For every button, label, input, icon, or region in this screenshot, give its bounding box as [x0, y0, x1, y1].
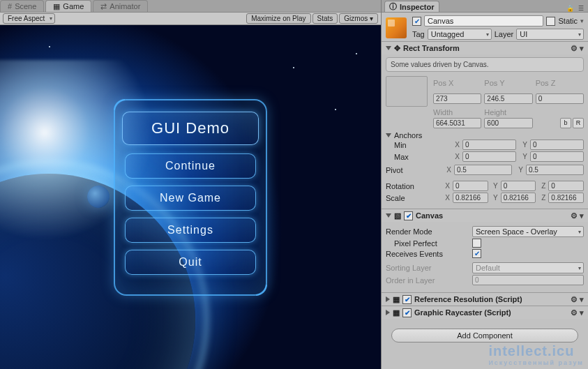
posx-field[interactable]: 273: [433, 93, 481, 104]
game-tabbar: # Scene ▦ Game ⇄ Animator: [0, 0, 381, 13]
script-icon: ▦: [393, 295, 400, 304]
rot-x-field[interactable]: 0: [453, 181, 488, 191]
x-label: X: [443, 182, 450, 190]
scale-z-field[interactable]: 0.82166: [548, 193, 584, 203]
graphic-raycaster-header[interactable]: ▦ ✔ Graphic Raycaster (Script) ⚙ ▾: [382, 306, 588, 319]
height-field[interactable]: 600: [484, 118, 532, 128]
tab-animator[interactable]: ⇄ Animator: [93, 0, 148, 12]
star: [49, 46, 50, 47]
tab-scene-label: Scene: [15, 2, 36, 10]
static-checkbox[interactable]: [546, 17, 555, 26]
rect-transform-component: ✥ Rect Transform ⚙ ▾ Some values driven …: [382, 41, 588, 209]
x-label: X: [443, 194, 450, 202]
gear-icon[interactable]: ⚙ ▾: [571, 308, 584, 317]
info-icon: ⓘ: [389, 1, 397, 12]
blueprint-button[interactable]: b: [560, 118, 571, 128]
panel-menu-icon[interactable]: ☰: [577, 5, 585, 12]
pixelperfect-label: Pixel Perfect: [386, 239, 469, 248]
tab-inspector[interactable]: ⓘ Inspector: [384, 1, 439, 12]
continue-button[interactable]: Continue: [125, 153, 256, 179]
layer-dropdown[interactable]: UI: [516, 29, 584, 40]
scale-x-field[interactable]: 0.82166: [453, 193, 488, 203]
active-checkbox[interactable]: ✔: [412, 17, 421, 26]
anchor-max-label: Max: [394, 153, 448, 161]
receives-checkbox[interactable]: ✔: [472, 249, 481, 258]
layer-label: Layer: [495, 30, 514, 38]
anchors-label: Anchors: [394, 131, 422, 140]
raycast-enabled-checkbox[interactable]: ✔: [402, 308, 412, 317]
animator-icon: ⇄: [100, 2, 107, 11]
raw-button[interactable]: R: [573, 118, 584, 128]
refres-enabled-checkbox[interactable]: ✔: [402, 295, 412, 304]
y-label: Y: [491, 182, 498, 190]
rot-y-field[interactable]: 0: [501, 181, 536, 191]
canvas-header[interactable]: ▧ ✔ Canvas ⚙ ▾: [382, 209, 588, 222]
tab-scene[interactable]: # Scene: [0, 0, 44, 12]
foldout-icon: [386, 46, 391, 50]
foldout-icon: [386, 296, 390, 302]
tab-game-label: Game: [63, 2, 84, 10]
foldout-icon: [386, 213, 391, 218]
tab-animator-label: Animator: [110, 2, 140, 10]
menu-frame: GUI Demo Continue New Game Settings Quit: [114, 99, 267, 296]
rendermode-label: Render Mode: [386, 227, 469, 236]
star: [335, 109, 336, 110]
menu-title: GUI Demo: [122, 112, 259, 145]
posz-field[interactable]: 0: [536, 93, 584, 104]
gear-icon[interactable]: ⚙ ▾: [571, 44, 584, 53]
posz-label: Pos Z: [536, 79, 584, 87]
tab-game[interactable]: ▦ Game: [45, 0, 91, 12]
anchor-min-x-field[interactable]: 0: [462, 140, 516, 150]
sorting-label: Sorting Layer: [386, 264, 469, 272]
new-game-button[interactable]: New Game: [125, 186, 256, 211]
width-label: Width: [433, 108, 481, 116]
refres-title: Reference Resolution (Script): [414, 295, 522, 303]
x-label: X: [443, 166, 451, 174]
tag-dropdown[interactable]: Untagged: [428, 29, 492, 40]
rect-transform-header[interactable]: ✥ Rect Transform ⚙ ▾: [382, 42, 588, 54]
settings-button[interactable]: Settings: [125, 218, 256, 243]
anchor-preset-button[interactable]: [386, 76, 428, 107]
add-component-button[interactable]: Add Component: [391, 329, 578, 342]
anchor-max-y-field[interactable]: 0: [530, 151, 584, 162]
aspect-dropdown[interactable]: Free Aspect: [3, 13, 55, 24]
canvas-icon: ▧: [394, 211, 401, 220]
gear-icon[interactable]: ⚙ ▾: [571, 295, 584, 304]
pivot-y-field[interactable]: 0.5: [526, 165, 584, 175]
anchor-min-label: Min: [394, 141, 448, 149]
pixelperfect-checkbox[interactable]: [472, 239, 481, 248]
stats-button[interactable]: Stats: [312, 13, 338, 24]
tab-inspector-label: Inspector: [400, 3, 435, 11]
static-dropdown-icon[interactable]: ▾: [580, 17, 584, 24]
star: [293, 67, 294, 68]
y-label: Y: [491, 194, 498, 202]
quit-button[interactable]: Quit: [125, 250, 256, 275]
foldout-icon[interactable]: [386, 133, 391, 137]
anchor-min-y-field[interactable]: 0: [530, 140, 584, 150]
pivot-label: Pivot: [386, 166, 440, 174]
gameobject-icon: [386, 17, 407, 38]
raycast-title: Graphic Raycaster (Script): [414, 308, 511, 317]
object-name-field[interactable]: Canvas: [424, 15, 543, 27]
tag-label: Tag: [412, 30, 425, 38]
scale-y-field[interactable]: 0.82166: [501, 193, 536, 203]
posy-field[interactable]: 246.5: [484, 93, 532, 104]
reference-resolution-header[interactable]: ▦ ✔ Reference Resolution (Script) ⚙ ▾: [382, 293, 588, 306]
reference-resolution-component: ▦ ✔ Reference Resolution (Script) ⚙ ▾: [382, 292, 588, 306]
anchor-max-x-field[interactable]: 0: [462, 151, 516, 162]
canvas-enabled-checkbox[interactable]: ✔: [404, 211, 413, 220]
maximize-on-play-button[interactable]: Maximize on Play: [246, 13, 310, 24]
gizmos-dropdown[interactable]: Gizmos ▾: [339, 13, 378, 24]
y-label: Y: [519, 153, 527, 160]
rect-transform-icon: ✥: [394, 44, 400, 53]
lock-icon[interactable]: 🔒: [565, 5, 575, 12]
rendermode-dropdown[interactable]: Screen Space - Overlay: [472, 226, 584, 237]
pivot-x-field[interactable]: 0.5: [454, 165, 512, 175]
driven-note: Some values driven by Canvas.: [386, 57, 584, 72]
y-label: Y: [519, 141, 527, 149]
posy-label: Pos Y: [484, 79, 532, 87]
gear-icon[interactable]: ⚙ ▾: [571, 211, 584, 220]
z-label: Z: [538, 194, 545, 202]
width-field[interactable]: 664.5031: [433, 118, 481, 128]
rot-z-field[interactable]: 0: [548, 181, 584, 191]
